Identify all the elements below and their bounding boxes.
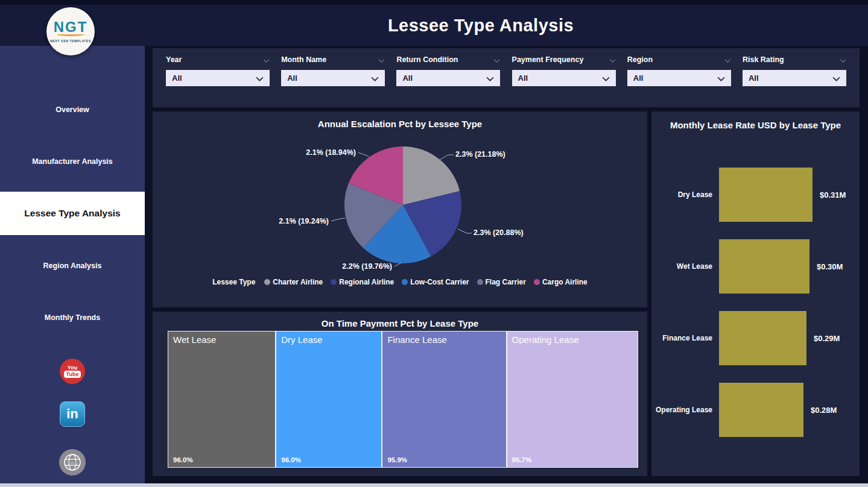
treemap-title: On Time Payment Pct by Lease Type [153,312,647,328]
sidebar-item-region-analysis[interactable]: Region Analysis [0,254,145,278]
globe-glyph: www [62,452,83,473]
filter-header: Risk Rating [743,55,846,64]
social-website: www [0,449,145,476]
chevron-down-icon [840,54,846,65]
header-bar: Lessee Type Analysis [0,5,868,46]
filter-header: Return Condition [396,55,500,64]
linkedin-icon[interactable]: in [60,401,85,427]
legend-dot-icon [331,279,337,285]
chevron-down-icon [486,73,494,84]
globe-icon[interactable]: www [59,449,86,476]
filter-region: RegionAll [627,55,731,107]
bar-row-operating-lease[interactable]: Operating Lease$0.28M [651,383,860,437]
chevron-down-icon [493,54,500,65]
pie-chart-panel: Annual Escalation Pct by Lessee Type 2.3… [153,112,647,307]
legend-dot-icon [402,279,408,285]
treemap: Wet Lease96.0%Dry Lease96.0%Finance Leas… [168,331,638,468]
filter-dropdown[interactable]: All [743,70,846,86]
pie-legend: Lessee TypeCharter AirlineRegional Airli… [153,278,647,286]
filter-header: Month Name [281,55,385,64]
legend-dot-icon [264,279,270,285]
bar-category-label: Finance Lease [651,334,719,342]
linkedin-icon-text: in [66,406,78,422]
top-strip [0,0,868,5]
filter-header: Payment Frequency [512,55,616,64]
bar-chart-panel: Monthly Lease Rate USD by Lease Type Dry… [651,112,860,476]
chevron-down-icon [602,73,610,84]
social-youtube: You Tube [0,359,145,384]
treemap-tile-value: 95.7% [512,456,633,463]
pie-data-label: 2.3% (21.18%) [455,150,505,159]
filter-dropdown[interactable]: All [396,70,500,86]
filter-label: Return Condition [396,55,458,64]
pie-data-label: 2.1% (19.24%) [279,217,329,225]
filter-selected-value: All [518,74,528,83]
legend-label: Cargo Airline [542,278,588,286]
filter-label: Month Name [281,55,326,64]
logo-text: NGT [54,20,88,34]
sidebar-item-monthly-trends[interactable]: Monthly Trends [0,306,145,330]
sidebar-item-lessee-type-analysis[interactable]: Lessee Type Analysis [0,192,145,235]
filter-dropdown[interactable]: All [512,70,616,86]
bar-row-dry-lease[interactable]: Dry Lease$0.31M [651,168,860,222]
bar[interactable] [719,239,809,294]
legend-item-charter-airline[interactable]: Charter Airline [264,278,323,286]
legend-title: Lessee Type [212,278,255,286]
pie-data-label: 2.3% (20.88%) [474,228,524,237]
chevron-down-icon [256,73,264,84]
chevron-down-icon [378,54,385,65]
legend-label: Flag Carrier [486,278,526,286]
logo-subtext: NEXT GEN TEMPLATES [50,39,91,43]
youtube-icon-text: You [68,365,77,371]
filter-dropdown[interactable]: All [627,70,731,86]
filter-selected-value: All [402,74,413,83]
pie-callout-line [458,229,472,233]
filter-label: Region [627,55,653,64]
treemap-tile-operating-lease[interactable]: Operating Lease95.7% [507,331,638,467]
filter-dropdown[interactable]: All [281,70,385,86]
chevron-down-icon [724,54,731,65]
treemap-tile-value: 95.9% [387,456,501,463]
filter-return-condition: Return ConditionAll [396,55,500,107]
legend-label: Low-Cost Carrier [410,278,469,286]
bar-category-label: Dry Lease [651,190,719,199]
treemap-tile-dry-lease[interactable]: Dry Lease96.0% [276,331,381,467]
bar-value-label: $0.29M [814,334,840,343]
treemap-tile-name: Finance Lease [387,335,501,345]
treemap-tile-wet-lease[interactable]: Wet Lease96.0% [168,331,275,467]
sidebar-item-manufacturer-analysis[interactable]: Manufacturer Analysis [0,149,145,174]
dashboard: Lessee Type Analysis NGT NEXT GEN TEMPLA… [0,0,868,487]
filter-risk-rating: Risk RatingAll [743,55,846,107]
treemap-tile-name: Wet Lease [173,335,270,345]
bar[interactable] [719,383,803,437]
pie-callout-line [331,218,345,221]
legend-item-cargo-airline[interactable]: Cargo Airline [534,278,588,286]
filter-payment-frequency: Payment FrequencyAll [512,55,616,107]
bar-value-label: $0.31M [820,190,846,200]
filter-label: Year [166,55,182,64]
bottom-strip [0,483,868,487]
bar[interactable] [719,168,813,222]
bar-row-wet-lease[interactable]: Wet Lease$0.30M [651,239,860,294]
social-linkedin: in [0,401,145,427]
pie-callout-line [440,155,454,160]
bar[interactable] [719,311,806,365]
brand-logo: NGT NEXT GEN TEMPLATES [46,7,95,55]
youtube-icon[interactable]: You Tube [60,359,85,384]
legend-item-regional-airline[interactable]: Regional Airline [331,278,394,286]
legend-item-low-cost-carrier[interactable]: Low-Cost Carrier [402,278,469,286]
sidebar: OverviewManufacturer AnalysisLessee Type… [0,46,145,484]
pie-callout-line [358,152,369,157]
filter-selected-value: All [749,74,759,83]
legend-item-flag-carrier[interactable]: Flag Carrier [477,278,526,286]
sidebar-item-overview[interactable]: Overview [0,98,145,122]
legend-dot-icon [534,279,540,285]
filter-label: Payment Frequency [512,55,584,64]
chevron-down-icon [609,54,616,65]
bar-row-finance-lease[interactable]: Finance Lease$0.29M [651,311,860,365]
legend-dot-icon [477,279,483,285]
pie-chart-title: Annual Escalation Pct by Lessee Type [153,112,647,129]
filter-dropdown[interactable]: All [166,70,270,86]
treemap-tile-finance-lease[interactable]: Finance Lease95.9% [382,331,505,467]
chevron-down-icon [371,73,379,84]
